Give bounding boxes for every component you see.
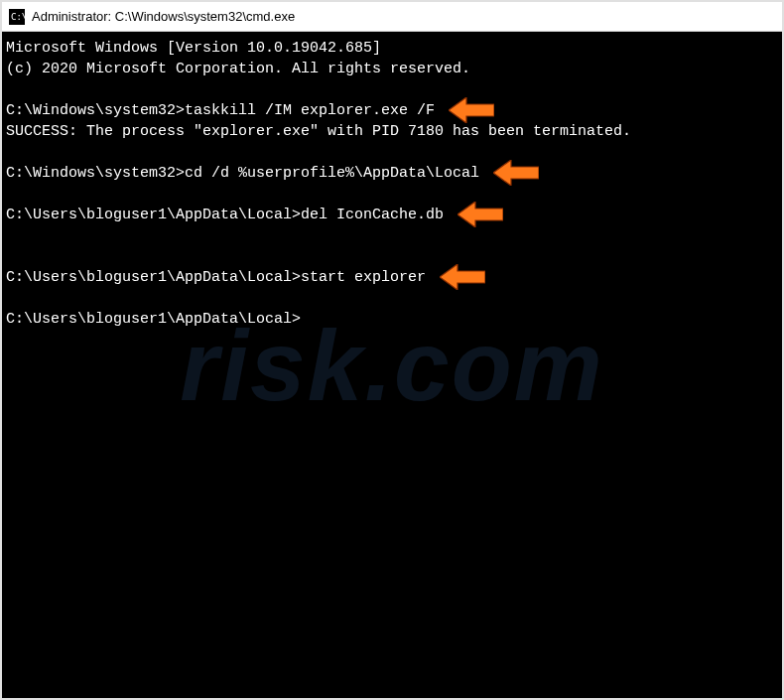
terminal-command: start explorer [301,269,426,286]
terminal-command-line: C:\Windows\system32>taskkill /IM explore… [6,100,778,121]
terminal-command: cd /d %userprofile%\AppData\Local [185,165,479,182]
annotation-arrow-icon [440,264,485,290]
annotation-arrow-icon [449,97,494,123]
terminal-command-line: C:\Users\bloguser1\AppData\Local>start e… [6,267,778,288]
annotation-arrow-icon [457,202,503,227]
terminal-command: taskkill /IM explorer.exe /F [185,102,435,119]
terminal-blank-line [6,184,778,205]
annotation-arrow-icon [493,160,539,186]
terminal-blank-line [6,246,778,267]
terminal-command-line: C:\Users\bloguser1\AppData\Local> [6,309,778,330]
terminal-command-line: C:\Users\bloguser1\AppData\Local>del Ico… [6,205,778,225]
terminal-text: SUCCESS: The process "explorer.exe" with… [6,123,631,140]
terminal-prompt: C:\Windows\system32> [6,102,185,119]
terminal-prompt: C:\Users\bloguser1\AppData\Local> [6,207,301,223]
terminal-output-line: (c) 2020 Microsoft Corporation. All righ… [6,59,778,79]
terminal-text: (c) 2020 Microsoft Corporation. All righ… [6,61,470,77]
terminal-blank-line [6,225,778,246]
terminal-prompt: C:\Windows\system32> [6,165,185,182]
terminal-output-line: Microsoft Windows [Version 10.0.19042.68… [6,38,778,59]
terminal-prompt: C:\Users\bloguser1\AppData\Local> [6,311,301,328]
terminal-area[interactable]: risk.com Microsoft Windows [Version 10.0… [2,32,782,698]
svg-text:C:\: C:\ [11,12,25,22]
terminal-prompt: C:\Users\bloguser1\AppData\Local> [6,269,301,286]
cmd-icon: C:\ [8,8,26,26]
terminal-blank-line [6,288,778,309]
titlebar[interactable]: C:\ Administrator: C:\Windows\system32\c… [2,2,782,32]
terminal-content: Microsoft Windows [Version 10.0.19042.68… [2,32,782,336]
terminal-command: del IconCache.db [301,207,444,223]
terminal-blank-line [6,79,778,100]
terminal-blank-line [6,142,778,163]
terminal-command-line: C:\Windows\system32>cd /d %userprofile%\… [6,163,778,184]
terminal-text: Microsoft Windows [Version 10.0.19042.68… [6,40,381,57]
window-title: Administrator: C:\Windows\system32\cmd.e… [32,9,295,24]
cmd-window: C:\ Administrator: C:\Windows\system32\c… [0,0,784,700]
terminal-output-line: SUCCESS: The process "explorer.exe" with… [6,121,778,142]
